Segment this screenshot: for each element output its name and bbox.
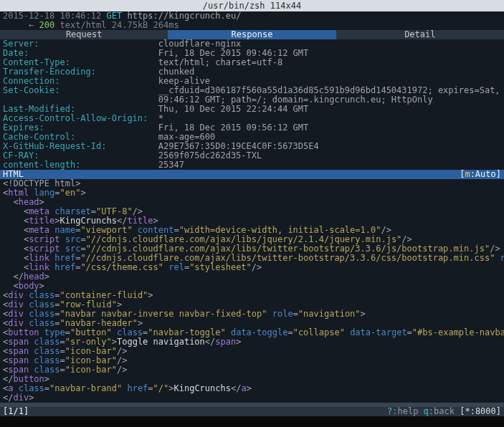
header-key: Last-Modified: — [3, 104, 158, 114]
header-key: X-GitHub-Request-Id: — [3, 141, 158, 151]
header-key: Date: — [3, 48, 158, 58]
header-value: chunked — [158, 67, 195, 77]
body-line: <a class="navbar-brand" href="/">KingCru… — [0, 384, 504, 393]
header-value: keep-alive — [158, 76, 210, 86]
flow-position: [1/1] — [3, 407, 29, 416]
terminal-body: 2015-12-18 10:46:12 GET https://kingcrun… — [0, 11, 504, 416]
body-line: <html lang="en"> — [0, 188, 504, 198]
body-line: </head> — [0, 272, 504, 282]
header-value: text/html; charset=utf-8 — [158, 57, 282, 67]
status-hints: ?:help q:back [*:8000] — [387, 407, 501, 416]
header-row: content-length: 25347 — [0, 160, 504, 170]
response-headers: Server: cloudflare-nginxDate: Fri, 18 De… — [0, 39, 504, 170]
header-value: __cfduid=d306187f560a55d1a36d85c591b9d96… — [158, 85, 504, 95]
header-value: A29E7367:35D0:19CE4C0F:5673D5E4 — [158, 141, 319, 151]
header-value: 25347 — [158, 160, 184, 170]
header-value: * — [158, 113, 163, 123]
header-value: cloudflare-nginx — [158, 39, 242, 49]
response-meta: text/html 24.75kB 264ms — [60, 20, 179, 30]
window-titlebar: /usr/bin/zsh 114x44 — [0, 0, 504, 11]
header-value: max-age=600 — [158, 132, 215, 142]
header-key: Content-Type: — [3, 57, 158, 67]
header-value: Fri, 18 Dec 2015 09:56:12 GMT — [158, 123, 309, 133]
header-key: Set-Cookie: — [3, 85, 158, 95]
status-code: 200 — [39, 20, 55, 30]
header-key: content-length: — [3, 160, 158, 170]
tab-detail[interactable]: Detail — [336, 30, 504, 39]
header-key: Connection: — [3, 76, 158, 86]
body-mode: [m:Auto] — [460, 170, 501, 179]
body-line: <link href="/css/theme.css" rel="stylesh… — [0, 263, 504, 272]
body-line: <span class="icon-bar"/> — [0, 365, 504, 375]
header-key: Expires: — [3, 123, 158, 133]
body-line: </div> — [0, 393, 504, 403]
header-value: Thu, 10 Dec 2015 22:24:44 GMT — [158, 104, 309, 114]
timestamp: 2015-12-18 10:46:12 — [3, 11, 101, 21]
header-key — [3, 95, 158, 105]
header-key: CF-RAY: — [3, 150, 158, 160]
header-key: Transfer-Encoding: — [3, 67, 158, 77]
header-key: Cache-Control: — [3, 132, 158, 142]
response-body[interactable]: <!DOCTYPE html><html lang="en"> <head> <… — [0, 179, 504, 403]
request-url: https://kingcrunch.eu/ — [127, 11, 241, 21]
status-bar: [1/1] ?:help q:back [*:8000] — [0, 407, 504, 416]
header-value: 09:46:12 GMT; path=/; domain=.kingcrunch… — [158, 95, 433, 105]
arrow-icon: ← — [3, 20, 34, 30]
header-key: Server: — [3, 39, 158, 49]
header-key: Access-Control-Allow-Origin: — [3, 113, 158, 123]
header-value: Fri, 18 Dec 2015 09:46:12 GMT — [158, 48, 309, 58]
header-value: 2569f075dc262d35-TXL — [158, 150, 262, 160]
http-method: GET — [107, 11, 123, 21]
